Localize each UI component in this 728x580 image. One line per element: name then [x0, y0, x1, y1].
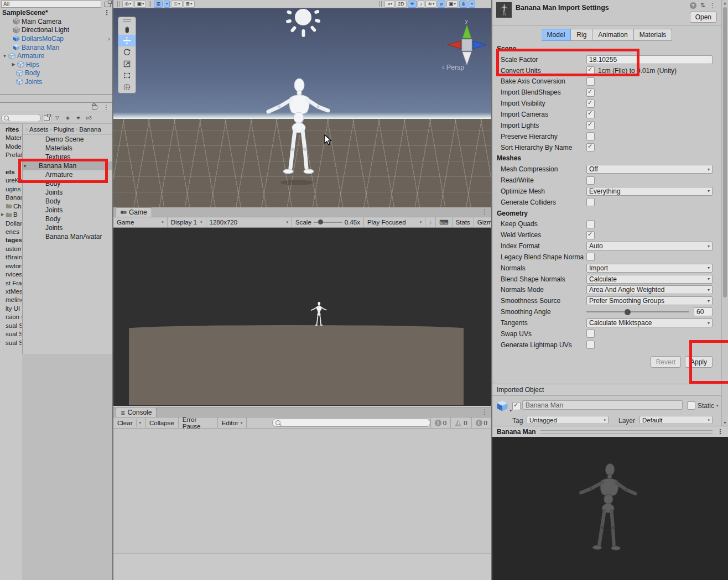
model-preview[interactable]	[492, 437, 728, 580]
layer-dropdown[interactable]: Default▾	[639, 416, 713, 424]
folder-tree-item[interactable]: st Fram	[0, 279, 22, 287]
grid-snapping-dropdown[interactable]: ▾	[164, 1, 170, 8]
setting-checkbox[interactable]	[586, 121, 595, 129]
scene-visibility-button[interactable]: ⌀	[438, 1, 445, 8]
collapse-button[interactable]: Collapse	[145, 417, 179, 429]
folder-tree-item[interactable]: sual Sc	[0, 321, 22, 330]
hierarchy-item[interactable]: Armature ›	[0, 51, 112, 60]
kebab-menu-icon[interactable]: ⋮	[103, 104, 110, 111]
stats-button[interactable]: Stats	[453, 217, 474, 227]
game-audio-button[interactable]: ♪	[425, 217, 436, 227]
expander-arrow-icon[interactable]	[1, 54, 8, 59]
hierarchy-item[interactable]: Body ›	[0, 69, 112, 78]
game-mode-dropdown[interactable]: Game▾	[113, 217, 168, 227]
folder-tree-item[interactable]: tBrains	[0, 253, 22, 262]
folder-tree-item[interactable]: meline	[0, 296, 22, 304]
setting-checkbox[interactable]	[586, 100, 595, 108]
setting-checkbox[interactable]	[586, 77, 595, 86]
prefab-cube-icon[interactable]: ▾	[496, 400, 508, 412]
hierarchy-item[interactable]: Directional Light ›	[0, 26, 112, 35]
toolbar-drag-handle[interactable]	[118, 17, 136, 23]
scale-slider[interactable]	[314, 222, 342, 223]
project-file-row[interactable]: Armature	[23, 170, 112, 179]
setting-checkbox[interactable]	[586, 330, 595, 338]
import-settings-tab[interactable]: Rig	[571, 29, 592, 41]
folder-tree-item[interactable]: Mater	[0, 133, 22, 142]
gizmos-dropdown[interactable]: ▾	[469, 1, 475, 8]
favorite-star-icon[interactable]: ★	[74, 114, 83, 122]
scale-tool-button[interactable]	[118, 58, 136, 70]
project-file-row[interactable]: Body	[23, 179, 112, 188]
hierarchy-scene-header[interactable]: SampleScene* ⋮	[0, 8, 112, 17]
tab-game[interactable]: Game	[116, 207, 152, 217]
project-file-row[interactable]: Joints	[23, 188, 112, 197]
error-count-button[interactable]: 0	[471, 417, 491, 429]
hierarchy-item[interactable]: Hips ›	[0, 60, 112, 69]
preview-drag-handle[interactable]	[540, 430, 713, 433]
setting-checkbox[interactable]	[586, 110, 595, 118]
project-file-row[interactable]: Materials	[23, 144, 112, 153]
setting-dropdown[interactable]: Prefer Smoothing Groups▾	[586, 296, 713, 305]
import-settings-tab[interactable]: Model	[542, 29, 571, 41]
project-file-row[interactable]: Banana Man	[23, 161, 112, 170]
expander-arrow-icon[interactable]	[23, 164, 29, 169]
pop-out-icon[interactable]	[102, 1, 112, 8]
open-in-search-icon[interactable]	[42, 114, 51, 122]
hierarchy-item[interactable]: DollarsMoCap ›	[0, 34, 112, 43]
setting-checkbox[interactable]	[586, 143, 595, 151]
setting-checkbox[interactable]	[586, 198, 595, 206]
warning-count-button[interactable]: 0	[450, 417, 471, 429]
kebab-menu-icon[interactable]: ⋮	[717, 429, 724, 435]
hierarchy-item[interactable]: Joints ›	[0, 77, 112, 86]
folder-tree-item[interactable]: ets	[0, 168, 22, 176]
error-pause-button[interactable]: Error Pause	[179, 417, 218, 429]
play-focused-dropdown[interactable]: Play Focused▾	[364, 217, 425, 227]
project-file-row[interactable]: Demo Scene	[23, 135, 112, 144]
project-file-row[interactable]: Banana ManAvatar	[23, 232, 112, 241]
rect-tool-button[interactable]	[118, 70, 136, 81]
apply-button[interactable]: Apply	[685, 356, 713, 368]
hierarchy-item[interactable]: Main Camera ›	[0, 17, 112, 26]
editor-dropdown[interactable]: Editor▾	[218, 417, 247, 429]
folder-tree-item[interactable]: ustom N	[0, 244, 22, 253]
folder-tree-item[interactable]: rsion C	[0, 313, 22, 321]
grid-snapping-button[interactable]: ⊞	[154, 1, 163, 8]
tab-console[interactable]: ≣Console	[116, 407, 157, 417]
folder-tree-item[interactable]: rvices	[0, 270, 22, 278]
folder-tree-item[interactable]: sual St	[0, 338, 22, 347]
folder-tree-item[interactable]: Banan	[0, 194, 22, 202]
effects-toggle-button[interactable]: ≋▾	[425, 1, 436, 8]
project-file-row[interactable]: Textures	[23, 153, 112, 161]
hierarchy-item[interactable]: Banana Man ›	[0, 43, 112, 52]
setting-checkbox[interactable]	[586, 66, 595, 75]
2d-toggle-button[interactable]: 2D	[396, 1, 407, 8]
rotate-tool-button[interactable]	[118, 46, 136, 58]
project-file-row[interactable]: Joints	[23, 223, 112, 232]
game-view[interactable]	[113, 228, 491, 406]
scene-view[interactable]: y x z ‹ Persp	[113, 8, 491, 207]
setting-checkbox[interactable]	[586, 231, 595, 239]
expander-arrow-icon[interactable]	[1, 212, 6, 217]
snap-settings-button[interactable]: ≣▾	[184, 1, 195, 8]
preview-header[interactable]: Banana Man ⋮	[492, 426, 728, 437]
console-search-input[interactable]	[272, 419, 430, 427]
active-checkbox[interactable]: ✓	[512, 402, 521, 410]
folder-tree-item[interactable]: xtMesh	[0, 287, 22, 295]
project-file-row[interactable]: Body	[23, 215, 112, 223]
folder-tree-item[interactable]: Prefab	[0, 150, 22, 159]
setting-checkbox[interactable]	[586, 132, 595, 140]
scene-character-model[interactable]	[263, 74, 335, 190]
help-icon[interactable]: ?	[690, 2, 696, 9]
folder-tree-item[interactable]: Cha	[0, 202, 22, 210]
search-by-label-icon[interactable]: ◈	[63, 114, 72, 122]
prefab-chevron-icon[interactable]: ›	[108, 35, 112, 42]
setting-slider[interactable]	[586, 311, 689, 312]
breadcrumb-item[interactable]: ›Plugins	[49, 126, 75, 133]
scroll-up-icon[interactable]: ▲	[723, 1, 727, 5]
sun-light-gizmo-icon[interactable]	[279, 8, 327, 45]
kebab-menu-icon[interactable]: ⋮	[481, 409, 488, 415]
static-checkbox[interactable]	[687, 401, 695, 410]
tool-handle-position-button[interactable]: ◎▾	[122, 1, 133, 8]
scroll-down-icon[interactable]: ▼	[723, 421, 727, 425]
kebab-menu-icon[interactable]: ⋮	[103, 9, 110, 16]
